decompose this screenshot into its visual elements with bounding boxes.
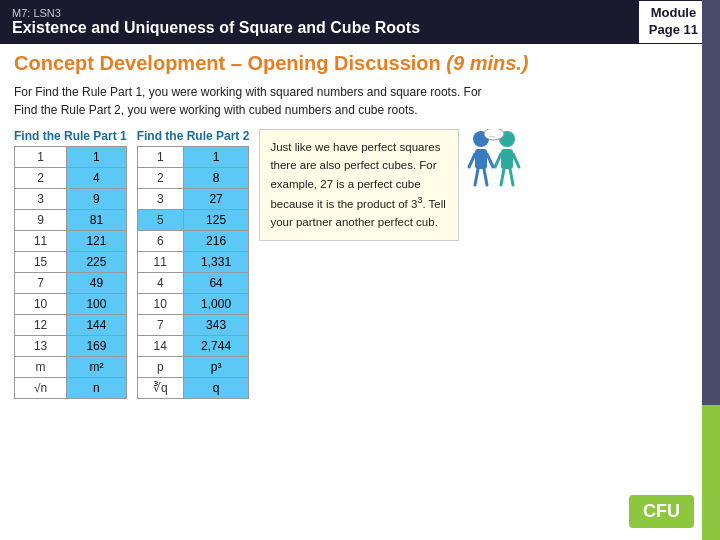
svg-line-8 bbox=[495, 154, 501, 167]
table-row: 7343 bbox=[137, 315, 249, 336]
concept-title-text: Concept Development – Opening Discussion bbox=[14, 52, 446, 74]
sidebar-dark bbox=[702, 0, 720, 405]
module-label: Module bbox=[651, 5, 697, 20]
right-sidebar bbox=[702, 0, 720, 540]
svg-line-3 bbox=[487, 154, 493, 167]
table1-title: Find the Rule Part 1 bbox=[14, 129, 127, 143]
cfu-button[interactable]: CFU bbox=[629, 495, 694, 528]
info-section: Just like we have perfect squares there … bbox=[259, 129, 523, 241]
header-title: Existence and Uniqueness of Square and C… bbox=[12, 19, 420, 37]
table1-block: Find the Rule Part 1 11 24 39 981 11121 … bbox=[14, 129, 127, 399]
table-row: 5125 bbox=[137, 210, 249, 231]
info-with-avatar: Just like we have perfect squares there … bbox=[259, 129, 523, 241]
table-row: mm² bbox=[15, 357, 127, 378]
table-row: 12144 bbox=[15, 315, 127, 336]
table-row: 327 bbox=[137, 189, 249, 210]
table-row: 39 bbox=[15, 189, 127, 210]
header: M7: LSN3 Existence and Uniqueness of Squ… bbox=[0, 0, 720, 44]
desc-line1: For Find the Rule Part 1, you were worki… bbox=[14, 85, 482, 99]
table1: 11 24 39 981 11121 15225 749 10100 12144… bbox=[14, 146, 127, 399]
table-row: 13169 bbox=[15, 336, 127, 357]
avatar: ... bbox=[465, 129, 523, 199]
table-row: 111,331 bbox=[137, 252, 249, 273]
table-row: 28 bbox=[137, 168, 249, 189]
concept-title-highlight: (9 mins.) bbox=[446, 52, 528, 74]
table-row: 6216 bbox=[137, 231, 249, 252]
table2-title: Find the Rule Part 2 bbox=[137, 129, 250, 143]
module-page: Module Page 11 bbox=[639, 1, 708, 43]
info-box: Just like we have perfect squares there … bbox=[259, 129, 459, 241]
table-row: 142,744 bbox=[137, 336, 249, 357]
svg-line-4 bbox=[475, 169, 478, 185]
svg-rect-1 bbox=[475, 149, 487, 169]
table-row: 749 bbox=[15, 273, 127, 294]
lesson-label: M7: LSN3 bbox=[12, 7, 420, 19]
concept-title: Concept Development – Opening Discussion… bbox=[14, 52, 706, 75]
table2-block: Find the Rule Part 2 11 28 327 5125 6216… bbox=[137, 129, 250, 399]
table-row: 11121 bbox=[15, 231, 127, 252]
info-text: Just like we have perfect squares there … bbox=[270, 141, 446, 228]
description: For Find the Rule Part 1, you were worki… bbox=[14, 83, 706, 119]
table-row: ∛qq bbox=[137, 378, 249, 399]
table-row: 981 bbox=[15, 210, 127, 231]
table-row: 11 bbox=[137, 147, 249, 168]
svg-rect-7 bbox=[501, 149, 513, 169]
table-row: 10100 bbox=[15, 294, 127, 315]
table2: 11 28 327 5125 6216 111,331 464 101,000 … bbox=[137, 146, 250, 399]
svg-line-2 bbox=[469, 154, 475, 167]
table-row: 464 bbox=[137, 273, 249, 294]
table-row: 15225 bbox=[15, 252, 127, 273]
main-content: Concept Development – Opening Discussion… bbox=[0, 44, 720, 407]
table-row: 24 bbox=[15, 168, 127, 189]
page-label: Page 11 bbox=[649, 22, 698, 37]
sidebar-green bbox=[702, 405, 720, 540]
svg-line-11 bbox=[510, 169, 513, 185]
tables-section: Find the Rule Part 1 11 24 39 981 11121 … bbox=[14, 129, 706, 399]
svg-line-9 bbox=[513, 154, 519, 167]
table-row: 11 bbox=[15, 147, 127, 168]
avatar-icon: ... bbox=[465, 129, 523, 199]
header-left: M7: LSN3 Existence and Uniqueness of Squ… bbox=[12, 7, 420, 37]
table-row: pp³ bbox=[137, 357, 249, 378]
svg-text:...: ... bbox=[489, 131, 495, 138]
svg-line-10 bbox=[501, 169, 504, 185]
svg-line-5 bbox=[484, 169, 487, 185]
table-row: √nn bbox=[15, 378, 127, 399]
desc-line2: Find the Rule Part 2, you were working w… bbox=[14, 103, 418, 117]
table-row: 101,000 bbox=[137, 294, 249, 315]
